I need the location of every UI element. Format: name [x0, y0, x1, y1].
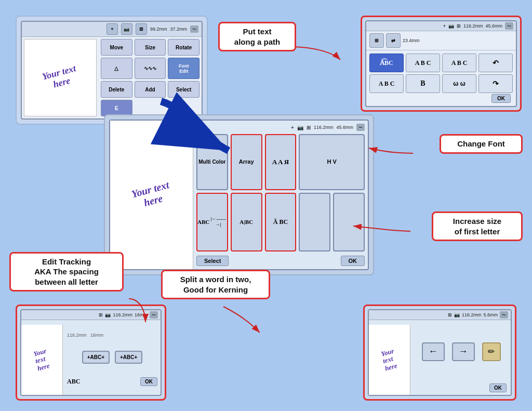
- size-c[interactable]: ⊞: [307, 125, 311, 130]
- canvas-bl: Yourtexthere: [21, 325, 63, 395]
- size-tr[interactable]: ⊞: [457, 23, 461, 29]
- callout-edit-tracking: Edit TrackingAKA The spacingbetween all …: [9, 252, 124, 292]
- path-cell-abc-space[interactable]: A B C: [442, 54, 476, 72]
- dim-h-c: 45.6mm: [336, 125, 353, 130]
- buttons-area-tl: Move Size Rotate △ ∿∿∿ FontEdit Delete A…: [99, 37, 202, 118]
- path-cell-curve1[interactable]: ↶: [478, 54, 513, 72]
- panel-bottom-right: ⊞ 📷 116.2mm 5.6mm 〜 Yourtexthere ← → ✏ O…: [363, 304, 516, 401]
- wave-c[interactable]: 〜: [356, 124, 365, 131]
- center-top-bar: + 📷 ⊞ 116.2mm 45.6mm 〜: [196, 124, 365, 131]
- size-icon[interactable]: ⊞: [136, 23, 147, 35]
- empty1: [299, 193, 330, 252]
- dim-w-bl: 116.2mm: [113, 312, 132, 317]
- dim-w-c: 116.2mm: [314, 125, 334, 130]
- path-ok-button[interactable]: OK: [491, 94, 511, 103]
- canvas-text-bl: Yourtexthere: [33, 348, 51, 373]
- array-button[interactable]: Array: [231, 134, 262, 190]
- callout-put-text-path: Put textalong a path: [218, 22, 296, 51]
- rotate-button[interactable]: Rotate: [168, 39, 200, 56]
- left-arrow-button[interactable]: ←: [422, 342, 445, 361]
- center-right: + 📷 ⊞ 116.2mm 45.6mm 〜 Multi Color Array…: [193, 121, 368, 269]
- camera-icon[interactable]: 📷: [121, 23, 132, 35]
- wave-bl[interactable]: 〜: [150, 311, 158, 319]
- tracking-plus-button[interactable]: +ABC+: [115, 351, 142, 364]
- ok-button-br[interactable]: OK: [489, 383, 507, 392]
- size-button[interactable]: Size: [135, 39, 166, 56]
- path-grid: A͡BC A B C A B C ↶ A B C B ω ω ↷: [366, 50, 516, 96]
- zoom-plus-c[interactable]: +: [291, 125, 294, 130]
- wave-tr[interactable]: 〜: [505, 22, 513, 30]
- multicolor-button[interactable]: Multi Color: [196, 134, 228, 190]
- abc-label-bl: ABC: [67, 378, 80, 386]
- top-bar-bl: ⊞ 📷 116.2mm 16mm 〜: [21, 310, 161, 320]
- top-bar-tr: + 📷 ⊞ 116.2mm 45.6mm 〜: [366, 21, 516, 31]
- move-button[interactable]: Move: [101, 39, 132, 56]
- dim-h-tr: 45.6mm: [485, 23, 502, 29]
- tracking-buttons-row: +ABC+ +ABC+: [82, 351, 143, 364]
- canvas-text-br: Yourtexthere: [380, 348, 399, 373]
- ok-button-bl[interactable]: OK: [140, 377, 157, 386]
- font-edit-button[interactable]: FontEdit: [168, 58, 200, 79]
- font-mirror-button[interactable]: A A Я: [265, 134, 297, 190]
- dim-line-bl: 116.2mm 16mm: [67, 333, 103, 338]
- path-cell-abc-arch[interactable]: A͡BC: [369, 54, 404, 72]
- kerning-button[interactable]: A|BC: [231, 193, 262, 252]
- dim-height-tl: 37.2mm: [170, 26, 187, 32]
- screen-top-right: + 📷 ⊞ 116.2mm 45.6mm 〜 ⊞ ⇄ 23.4mm A͡BC A…: [365, 20, 517, 107]
- right-arrow-button[interactable]: →: [452, 342, 475, 361]
- path-cell-abc-flat[interactable]: A B C: [406, 54, 440, 72]
- top-bar-br: ⊞ 📷 116.2mm 5.6mm 〜: [369, 310, 511, 320]
- path-cell-omega1[interactable]: ω ω: [442, 74, 476, 93]
- select-button[interactable]: Select: [168, 81, 200, 98]
- add-button[interactable]: Add: [135, 81, 166, 98]
- resize-bl[interactable]: ⊞: [99, 312, 103, 317]
- br-content: ← → ✏: [411, 325, 511, 378]
- callout-change-font: Change Font: [440, 134, 523, 154]
- wave-br[interactable]: 〜: [500, 311, 508, 319]
- callout-split-word-label: Split a word in two,Good for Kerning: [180, 275, 251, 294]
- screen-bottom-left: ⊞ 📷 116.2mm 16mm 〜 Yourtexthere 116.2mm …: [20, 309, 162, 396]
- callout-split-word: Split a word in two,Good for Kerning: [161, 270, 270, 299]
- zoom-plus-icon[interactable]: +: [107, 23, 118, 35]
- wave-btn: ∿∿∿: [135, 58, 166, 79]
- screen-center: Your texthere + 📷 ⊞ 116.2mm 45.6mm 〜 Mul…: [109, 120, 369, 270]
- swap-icon[interactable]: ⇄: [386, 33, 401, 48]
- hv-button[interactable]: H V: [299, 134, 365, 190]
- canvas-br: Yourtexthere: [369, 325, 410, 395]
- callout-edit-tracking-label: Edit TrackingAKA The spacingbetween all …: [34, 257, 99, 286]
- dropcap-button[interactable]: Ā BC: [265, 193, 297, 252]
- resize-icon[interactable]: ⊞: [369, 33, 384, 48]
- pen-tool-button[interactable]: ✏: [482, 342, 501, 361]
- canvas-text-tl: Your texthere: [41, 63, 79, 92]
- ok-button-c[interactable]: OK: [341, 256, 365, 266]
- canvas-text-center: Your texthere: [130, 179, 173, 211]
- empty2: [333, 193, 365, 252]
- tracking-minus-button[interactable]: +ABC+: [82, 351, 110, 364]
- canvas-center: Your texthere: [110, 121, 193, 269]
- zoom-plus-tr[interactable]: +: [443, 23, 446, 29]
- panel-bottom-left: ⊞ 📷 116.2mm 16mm 〜 Yourtexthere 116.2mm …: [16, 304, 166, 401]
- tracking-button[interactable]: ABC|←——→|: [196, 193, 228, 252]
- camera-c[interactable]: 📷: [297, 125, 303, 130]
- resize-br[interactable]: ⊞: [448, 312, 452, 317]
- callout-put-text-label: Put textalong a path: [234, 27, 280, 46]
- path-icons-row: ⊞ ⇄ 23.4mm: [366, 31, 516, 50]
- callout-increase-size-label: Increase sizeof first letter: [453, 217, 501, 236]
- camera-tr[interactable]: 📷: [448, 23, 454, 29]
- path-cell-b[interactable]: B: [406, 74, 440, 93]
- select-button-c[interactable]: Select: [196, 256, 229, 266]
- camera-br[interactable]: 📷: [454, 312, 460, 317]
- callout-change-font-label: Change Font: [457, 139, 505, 148]
- panel-center: Your texthere + 📷 ⊞ 116.2mm 45.6mm 〜 Mul…: [104, 114, 374, 275]
- path-cell-abc-mid[interactable]: A B C: [369, 74, 404, 93]
- panel-top-left: + 📷 ⊞ 99.2mm 37.2mm 〜 Your texthere Move…: [16, 16, 208, 125]
- center-buttons: Multi Color Array A A Я H V ABC|←——→| A|…: [196, 134, 365, 251]
- center-bottom-bar: Select OK: [196, 256, 365, 266]
- dim-sub-bl: 16mm: [135, 312, 148, 317]
- camera-bl[interactable]: 📷: [105, 312, 111, 317]
- path-cell-curve2[interactable]: ↷: [478, 74, 513, 93]
- wave-icon[interactable]: 〜: [190, 25, 198, 33]
- delete-button[interactable]: Delete: [101, 81, 132, 98]
- br-bottom: OK: [411, 383, 511, 392]
- unused-icon1: △: [101, 58, 132, 79]
